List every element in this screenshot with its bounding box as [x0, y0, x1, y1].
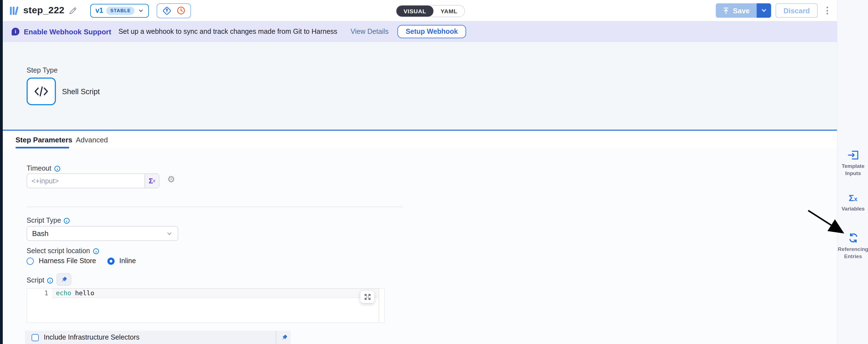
timeout-field: Σx	[27, 173, 159, 188]
pin-infrastructure-button[interactable]	[281, 334, 288, 341]
template-step-editor: step_222 v1 STABLE	[0, 0, 868, 344]
template-flags-group	[157, 3, 191, 18]
editor-scroll-track	[379, 289, 379, 322]
script-location-label: Select script location	[27, 247, 99, 255]
tab-bar: Step Parameters Advanced	[3, 131, 837, 149]
script-label: Script	[27, 277, 53, 284]
tab-advanced[interactable]: Advanced	[76, 136, 108, 144]
include-infrastructure-selectors-checkbox[interactable]	[32, 334, 39, 341]
visual-yaml-toggle: VISUAL YAML	[396, 5, 465, 17]
banner-message: Set up a webhook to sync and track chang…	[119, 28, 337, 35]
setup-webhook-button[interactable]: Setup Webhook	[398, 25, 466, 38]
version-selector[interactable]: v1 STABLE	[91, 4, 149, 18]
sidebar-item-referencing-entries[interactable]: Referencing Entries	[838, 233, 868, 260]
step-type-name: Shell Script	[62, 88, 100, 96]
expand-editor-button[interactable]	[361, 291, 374, 303]
info-icon[interactable]	[93, 248, 99, 254]
radio-label[interactable]: Inline	[119, 257, 136, 265]
radio-harness-file-store[interactable]	[27, 257, 34, 264]
sidebar-item-template-inputs[interactable]: Template Inputs	[838, 150, 868, 177]
script-type-select[interactable]: Bash	[27, 226, 178, 241]
expression-toggle-button[interactable]: Σx	[145, 174, 159, 188]
sidebar-item-label: Template Inputs	[838, 163, 868, 177]
template-library-icon	[9, 5, 19, 16]
script-code-editor[interactable]: 1 echo hello	[27, 288, 385, 323]
referencing-entries-icon	[848, 233, 858, 243]
chevron-down-icon	[138, 7, 144, 13]
sidebar-item-label: Variables	[841, 205, 864, 212]
page-title: step_222	[23, 5, 64, 16]
version-label: v1	[95, 7, 103, 15]
webhook-banner: i Enable Webhook Support Set up a webhoo…	[3, 21, 837, 42]
row-separator	[276, 331, 276, 344]
sidebar-item-label: Referencing Entries	[838, 246, 868, 260]
header-actions: Save Discard	[716, 3, 830, 18]
current-line-highlight	[52, 289, 379, 298]
save-options-caret[interactable]	[756, 3, 771, 18]
timeout-settings-gear-icon[interactable]: ⚙	[164, 174, 179, 184]
info-icon[interactable]	[64, 218, 70, 224]
radio-label[interactable]: Harness File Store	[39, 257, 96, 265]
line-number: 1	[27, 289, 48, 297]
edit-title-button[interactable]	[69, 6, 77, 15]
expand-icon	[364, 294, 371, 300]
pushpin-icon	[281, 334, 288, 341]
sigma-icon: Σ	[149, 177, 153, 185]
checkbox-label[interactable]: Include Infrastructure Selectors	[44, 334, 276, 341]
sidebar-item-variables[interactable]: Σx Variables	[838, 194, 868, 212]
step-type-section: Step Type Shell Script	[3, 42, 837, 131]
more-options-menu[interactable]	[824, 4, 830, 17]
template-inputs-icon	[847, 150, 859, 160]
step-parameters-form: Timeout Σx ⚙ Script Type Bash	[3, 148, 837, 344]
save-button-label: Save	[733, 6, 750, 15]
info-icon[interactable]	[54, 165, 60, 171]
code-icon	[34, 85, 49, 97]
toggle-yaml[interactable]: YAML	[433, 5, 465, 17]
save-split-button: Save	[716, 3, 771, 18]
include-infrastructure-selectors-row: Include Infrastructure Selectors	[25, 331, 290, 344]
pushpin-icon	[60, 276, 67, 283]
stability-badge: STABLE	[106, 6, 135, 15]
script-type-value: Bash	[32, 229, 166, 238]
toggle-visual[interactable]: VISUAL	[396, 5, 433, 17]
timeout-input[interactable]	[27, 174, 145, 188]
timer-icon[interactable]	[177, 6, 186, 15]
left-nav-edge	[0, 0, 3, 344]
banner-title: Enable Webhook Support	[24, 27, 111, 36]
chevron-down-icon	[166, 230, 173, 237]
step-type-label: Step Type	[27, 66, 58, 74]
right-utility-sidebar: Template Inputs Σx Variables Referencing…	[837, 0, 868, 344]
code-line: echo hello	[56, 289, 94, 297]
pin-script-button[interactable]	[57, 273, 71, 286]
git-remote-icon[interactable]	[162, 6, 172, 15]
variables-icon: Σx	[848, 194, 857, 203]
save-button[interactable]: Save	[716, 3, 756, 18]
discard-button[interactable]: Discard	[776, 3, 817, 18]
tab-step-parameters[interactable]: Step Parameters	[16, 136, 72, 144]
section-divider	[27, 207, 403, 207]
view-details-link[interactable]: View Details	[351, 28, 389, 35]
shell-script-step-card[interactable]	[27, 78, 56, 105]
upload-icon	[722, 7, 730, 14]
timeout-label: Timeout	[27, 165, 60, 172]
info-icon: i	[11, 28, 20, 35]
radio-inline[interactable]	[107, 257, 114, 264]
title-group: step_222	[9, 5, 77, 16]
main-panel: step_222 v1 STABLE	[3, 0, 837, 344]
info-icon[interactable]	[47, 277, 53, 283]
top-bar: step_222 v1 STABLE	[3, 0, 837, 21]
script-type-label: Script Type	[27, 217, 70, 224]
script-location-options: Harness File Store Inline	[27, 257, 136, 265]
